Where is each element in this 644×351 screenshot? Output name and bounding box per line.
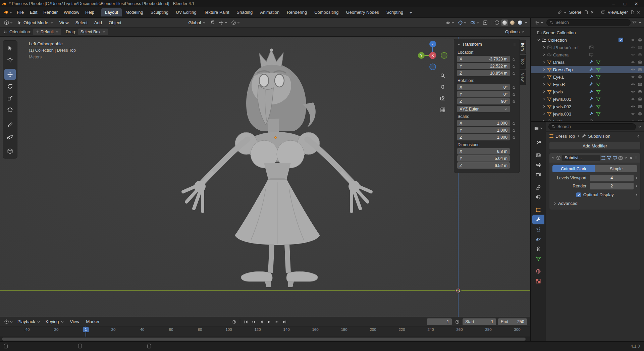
disable-render-icon[interactable] — [638, 112, 642, 116]
snap-settings-dropdown[interactable] — [217, 19, 229, 26]
menu-render[interactable]: Render — [40, 8, 61, 16]
sidebar-tab-item[interactable]: Item — [519, 40, 526, 54]
rotation-x-field[interactable]: X0° — [457, 84, 510, 90]
breadcrumb-modifier[interactable]: Subdivision — [588, 134, 610, 139]
frame-start-field[interactable]: Start1 — [463, 318, 496, 325]
close-icon[interactable] — [629, 156, 633, 160]
outliner-row-camera[interactable]: Camera — [531, 51, 644, 58]
disable-render-icon[interactable] — [638, 68, 642, 72]
lock-icon[interactable] — [511, 57, 517, 61]
hide-eye-icon[interactable] — [631, 119, 635, 121]
shading-rendered-button[interactable] — [517, 19, 524, 26]
maximize-button[interactable]: □ — [619, 0, 631, 7]
workspace-tab-compositing[interactable]: Compositing — [311, 8, 342, 16]
outliner-row-jewls-001[interactable]: jewls.001 — [531, 95, 644, 103]
new-view-layer-icon[interactable] — [630, 10, 635, 14]
location-x-field[interactable]: X-3.7923 m — [457, 56, 510, 62]
properties-tab-object[interactable] — [532, 205, 544, 215]
scene-icon[interactable] — [557, 10, 562, 14]
hide-eye-icon[interactable] — [631, 97, 635, 101]
properties-search-input[interactable]: Search — [548, 123, 636, 130]
snap-toggle-button[interactable] — [209, 19, 217, 26]
rotation-z-field[interactable]: Z90° — [457, 98, 510, 104]
show-overlays-button[interactable] — [469, 19, 481, 26]
disable-render-icon[interactable] — [638, 75, 642, 79]
ortho-toggle-button[interactable] — [438, 105, 447, 114]
scale-x-field[interactable]: X1.000 — [457, 120, 510, 126]
workspace-tab-layout[interactable]: Layout — [101, 8, 122, 16]
lock-icon[interactable] — [511, 121, 517, 125]
editor-type-button[interactable] — [3, 19, 14, 26]
play-reverse-button[interactable] — [258, 318, 265, 325]
properties-tab-modifiers[interactable] — [532, 215, 544, 224]
properties-tab-tool[interactable] — [532, 137, 544, 147]
new-scene-icon[interactable] — [584, 10, 588, 14]
view-layer-icon[interactable] — [601, 10, 605, 14]
hide-eye-icon[interactable] — [631, 60, 635, 64]
properties-tab-physics[interactable] — [532, 234, 544, 244]
timeline-marker-menu[interactable]: Marker — [83, 318, 102, 325]
mode-dropdown[interactable]: Object Mode — [15, 19, 56, 26]
disable-render-icon[interactable] — [638, 82, 642, 86]
cage-toggle-icon[interactable] — [607, 156, 611, 160]
chevron-down-icon[interactable] — [638, 125, 641, 128]
properties-editor-icon[interactable] — [534, 126, 539, 131]
scale-y-field[interactable]: Y1.000 — [457, 127, 510, 133]
breadcrumb-object[interactable]: Dress Top — [555, 134, 575, 139]
disable-render-icon[interactable] — [638, 97, 642, 101]
tool-transform[interactable] — [4, 104, 16, 115]
decorator-dot[interactable] — [636, 185, 637, 187]
orientation-dropdown[interactable]: Default — [33, 29, 61, 35]
viewport-canvas[interactable]: Left Orthographic (1) Collection | Dress… — [0, 37, 530, 317]
lock-icon[interactable] — [511, 135, 517, 139]
sidebar-tab-tool[interactable]: Tool — [519, 55, 526, 69]
chevron-right-icon[interactable] — [542, 75, 546, 79]
modifier-name-field[interactable]: Subdivi... — [562, 155, 600, 161]
optimal-display-checkbox[interactable] — [576, 192, 581, 197]
outliner-row-eye-r[interactable]: Eye.R — [531, 81, 644, 88]
scene-name[interactable]: Scene — [569, 10, 582, 15]
properties-tab-material[interactable] — [532, 266, 544, 276]
lock-icon[interactable] — [511, 71, 517, 75]
object-origin-dot[interactable] — [274, 136, 277, 139]
disable-render-icon[interactable] — [638, 53, 642, 57]
levels-viewport-field[interactable]: 4 — [590, 175, 634, 181]
outliner-search-input[interactable]: Search — [546, 19, 631, 26]
timeline-view-menu[interactable]: View — [67, 318, 83, 325]
render-toggle-icon[interactable] — [618, 156, 623, 160]
prev-keyframe-button[interactable] — [250, 318, 257, 325]
properties-tab-constraints[interactable] — [532, 244, 544, 254]
scale-z-field[interactable]: Z1.000 — [457, 134, 510, 140]
workspace-tab-geometry-nodes[interactable]: Geometry Nodes — [342, 8, 382, 16]
zoom-button[interactable] — [438, 71, 447, 80]
menu-help[interactable]: Help — [82, 8, 97, 16]
properties-tab-object-data[interactable] — [532, 254, 544, 263]
dimensions-y-field[interactable]: Y5.04 m — [457, 155, 510, 162]
close-button[interactable]: ✕ — [631, 0, 642, 7]
dimensions-z-field[interactable]: Z6.52 m — [457, 162, 510, 169]
chevron-down-icon[interactable] — [537, 38, 540, 42]
jump-to-start-button[interactable] — [243, 318, 249, 325]
xray-toggle-button[interactable] — [481, 19, 489, 26]
timeline-editor-type-button[interactable] — [3, 318, 14, 325]
outliner-row-jewls-002[interactable]: jewls.002 — [531, 103, 644, 110]
add-workspace-button[interactable]: + — [407, 9, 415, 16]
workspace-tab-scripting[interactable]: Scripting — [383, 8, 407, 16]
timeline-scrollbar-thumb[interactable] — [2, 338, 526, 341]
outliner-row-scene-collection[interactable]: Scene Collection — [531, 29, 644, 36]
disable-render-icon[interactable] — [638, 90, 642, 94]
navigation-gizmo[interactable]: Z Y X — [417, 39, 449, 72]
lock-icon[interactable] — [511, 92, 517, 96]
chevron-right-icon[interactable] — [542, 53, 546, 56]
current-frame-field[interactable]: 1 — [427, 318, 452, 325]
rotation-y-field[interactable]: Y0° — [457, 91, 510, 97]
workspace-tab-uv-editing[interactable]: UV Editing — [172, 8, 200, 16]
outliner-row-dress[interactable]: Dress — [531, 58, 644, 66]
workspace-tab-animation[interactable]: Animation — [256, 8, 283, 16]
hide-eye-icon[interactable] — [631, 112, 635, 116]
outliner-row-eye-l[interactable]: Eye.L — [531, 73, 644, 81]
properties-tab-texture[interactable] — [532, 276, 544, 286]
outliner-row-collection[interactable]: Collection — [531, 36, 644, 44]
chevron-right-icon[interactable] — [542, 68, 546, 71]
shading-material-button[interactable] — [509, 19, 516, 26]
